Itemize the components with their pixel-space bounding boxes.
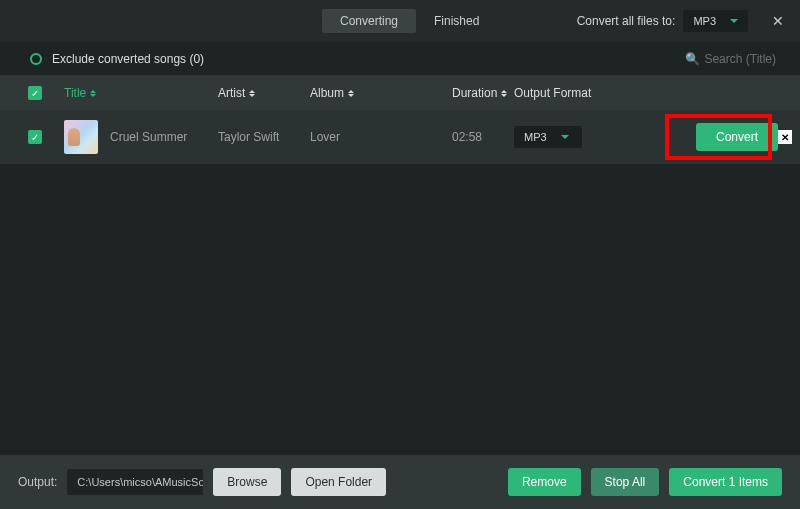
output-path[interactable]: C:\Users\micso\AMusicSoft\...: [67, 469, 203, 495]
column-title-label: Title: [64, 86, 86, 100]
search-input[interactable]: 🔍 Search (Title): [685, 52, 776, 66]
global-format-select[interactable]: MP3: [683, 10, 748, 32]
row-format-select[interactable]: MP3: [514, 126, 582, 148]
tab-finished[interactable]: Finished: [416, 9, 497, 33]
search-icon: 🔍: [685, 52, 700, 66]
column-album[interactable]: Album: [310, 86, 452, 100]
chevron-down-icon: [561, 135, 569, 139]
sort-icon: [348, 90, 354, 97]
album-art: [64, 120, 98, 154]
browse-button[interactable]: Browse: [213, 468, 281, 496]
convert-all-label: Convert all files to:: [577, 14, 676, 28]
topbar: Converting Finished Convert all files to…: [0, 0, 800, 42]
column-title[interactable]: Title: [64, 86, 218, 100]
global-format-value: MP3: [693, 15, 716, 27]
table-header: ✓ Title Artist Album Duration Output For…: [0, 76, 800, 110]
remove-row-icon[interactable]: ✕: [778, 130, 792, 144]
row-checkbox[interactable]: ✓: [28, 130, 42, 144]
sort-icon: [90, 90, 96, 97]
row-title: Cruel Summer: [110, 130, 218, 144]
bottombar: Output: C:\Users\micso\AMusicSoft\... Br…: [0, 455, 800, 509]
column-artist[interactable]: Artist: [218, 86, 310, 100]
convert-items-button[interactable]: Convert 1 Items: [669, 468, 782, 496]
tab-converting[interactable]: Converting: [322, 9, 416, 33]
tab-group: Converting Finished: [322, 9, 497, 33]
exclude-label: Exclude converted songs (0): [52, 52, 204, 66]
column-duration[interactable]: Duration: [452, 86, 514, 100]
table-row: ✓ Cruel Summer Taylor Swift Lover 02:58 …: [0, 110, 800, 164]
column-duration-label: Duration: [452, 86, 497, 100]
sort-icon: [249, 90, 255, 97]
close-icon[interactable]: ✕: [768, 9, 788, 33]
search-placeholder: Search (Title): [704, 52, 776, 66]
column-format: Output Format: [514, 86, 654, 100]
select-all-checkbox[interactable]: ✓: [28, 86, 42, 100]
subbar: Exclude converted songs (0) 🔍 Search (Ti…: [0, 42, 800, 76]
row-album: Lover: [310, 130, 452, 144]
column-album-label: Album: [310, 86, 344, 100]
row-artist: Taylor Swift: [218, 130, 310, 144]
row-duration: 02:58: [452, 130, 514, 144]
stop-all-button[interactable]: Stop All: [591, 468, 660, 496]
sort-icon: [501, 90, 507, 97]
remove-button[interactable]: Remove: [508, 468, 581, 496]
open-folder-button[interactable]: Open Folder: [291, 468, 386, 496]
convert-all-group: Convert all files to: MP3 ✕: [577, 9, 788, 33]
output-label: Output:: [18, 475, 57, 489]
chevron-down-icon: [730, 19, 738, 23]
convert-button[interactable]: Convert: [696, 123, 778, 151]
column-format-label: Output Format: [514, 86, 591, 100]
column-artist-label: Artist: [218, 86, 245, 100]
row-format-value: MP3: [524, 131, 547, 143]
exclude-toggle-icon[interactable]: [30, 53, 42, 65]
